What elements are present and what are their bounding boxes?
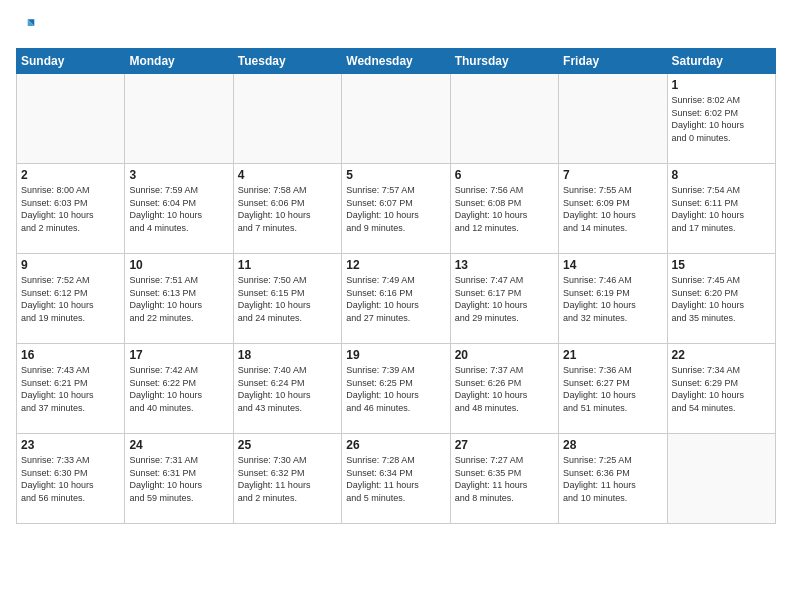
day-number: 1 xyxy=(672,78,771,92)
calendar-cell: 27Sunrise: 7:27 AM Sunset: 6:35 PM Dayli… xyxy=(450,434,558,524)
day-number: 27 xyxy=(455,438,554,452)
calendar-cell xyxy=(342,74,450,164)
calendar-cell: 19Sunrise: 7:39 AM Sunset: 6:25 PM Dayli… xyxy=(342,344,450,434)
calendar-cell: 2Sunrise: 8:00 AM Sunset: 6:03 PM Daylig… xyxy=(17,164,125,254)
day-info: Sunrise: 7:31 AM Sunset: 6:31 PM Dayligh… xyxy=(129,454,228,504)
calendar-cell: 11Sunrise: 7:50 AM Sunset: 6:15 PM Dayli… xyxy=(233,254,341,344)
day-info: Sunrise: 7:54 AM Sunset: 6:11 PM Dayligh… xyxy=(672,184,771,234)
day-number: 12 xyxy=(346,258,445,272)
calendar-week-row: 23Sunrise: 7:33 AM Sunset: 6:30 PM Dayli… xyxy=(17,434,776,524)
day-number: 7 xyxy=(563,168,662,182)
calendar-cell: 21Sunrise: 7:36 AM Sunset: 6:27 PM Dayli… xyxy=(559,344,667,434)
day-number: 11 xyxy=(238,258,337,272)
day-number: 5 xyxy=(346,168,445,182)
calendar-cell: 9Sunrise: 7:52 AM Sunset: 6:12 PM Daylig… xyxy=(17,254,125,344)
calendar-cell: 18Sunrise: 7:40 AM Sunset: 6:24 PM Dayli… xyxy=(233,344,341,434)
calendar-cell: 8Sunrise: 7:54 AM Sunset: 6:11 PM Daylig… xyxy=(667,164,775,254)
day-info: Sunrise: 7:28 AM Sunset: 6:34 PM Dayligh… xyxy=(346,454,445,504)
day-number: 16 xyxy=(21,348,120,362)
day-info: Sunrise: 7:59 AM Sunset: 6:04 PM Dayligh… xyxy=(129,184,228,234)
day-info: Sunrise: 7:49 AM Sunset: 6:16 PM Dayligh… xyxy=(346,274,445,324)
day-number: 28 xyxy=(563,438,662,452)
calendar-cell xyxy=(17,74,125,164)
calendar-cell: 17Sunrise: 7:42 AM Sunset: 6:22 PM Dayli… xyxy=(125,344,233,434)
day-number: 21 xyxy=(563,348,662,362)
day-info: Sunrise: 8:02 AM Sunset: 6:02 PM Dayligh… xyxy=(672,94,771,144)
calendar-week-row: 1Sunrise: 8:02 AM Sunset: 6:02 PM Daylig… xyxy=(17,74,776,164)
weekday-header-row: SundayMondayTuesdayWednesdayThursdayFrid… xyxy=(17,49,776,74)
day-info: Sunrise: 7:40 AM Sunset: 6:24 PM Dayligh… xyxy=(238,364,337,414)
day-number: 18 xyxy=(238,348,337,362)
calendar-cell xyxy=(125,74,233,164)
day-number: 6 xyxy=(455,168,554,182)
calendar-cell: 4Sunrise: 7:58 AM Sunset: 6:06 PM Daylig… xyxy=(233,164,341,254)
day-number: 8 xyxy=(672,168,771,182)
calendar-cell: 20Sunrise: 7:37 AM Sunset: 6:26 PM Dayli… xyxy=(450,344,558,434)
calendar-cell xyxy=(233,74,341,164)
calendar-cell: 14Sunrise: 7:46 AM Sunset: 6:19 PM Dayli… xyxy=(559,254,667,344)
calendar-cell xyxy=(667,434,775,524)
day-number: 20 xyxy=(455,348,554,362)
day-number: 14 xyxy=(563,258,662,272)
calendar-cell: 25Sunrise: 7:30 AM Sunset: 6:32 PM Dayli… xyxy=(233,434,341,524)
day-number: 22 xyxy=(672,348,771,362)
weekday-header-saturday: Saturday xyxy=(667,49,775,74)
page-header xyxy=(16,16,776,36)
day-info: Sunrise: 7:51 AM Sunset: 6:13 PM Dayligh… xyxy=(129,274,228,324)
day-number: 9 xyxy=(21,258,120,272)
day-info: Sunrise: 7:52 AM Sunset: 6:12 PM Dayligh… xyxy=(21,274,120,324)
day-number: 13 xyxy=(455,258,554,272)
calendar-cell xyxy=(559,74,667,164)
calendar-cell: 1Sunrise: 8:02 AM Sunset: 6:02 PM Daylig… xyxy=(667,74,775,164)
day-number: 24 xyxy=(129,438,228,452)
calendar-cell: 7Sunrise: 7:55 AM Sunset: 6:09 PM Daylig… xyxy=(559,164,667,254)
day-info: Sunrise: 7:58 AM Sunset: 6:06 PM Dayligh… xyxy=(238,184,337,234)
day-info: Sunrise: 7:50 AM Sunset: 6:15 PM Dayligh… xyxy=(238,274,337,324)
day-info: Sunrise: 7:42 AM Sunset: 6:22 PM Dayligh… xyxy=(129,364,228,414)
day-info: Sunrise: 8:00 AM Sunset: 6:03 PM Dayligh… xyxy=(21,184,120,234)
day-info: Sunrise: 7:33 AM Sunset: 6:30 PM Dayligh… xyxy=(21,454,120,504)
calendar-cell: 12Sunrise: 7:49 AM Sunset: 6:16 PM Dayli… xyxy=(342,254,450,344)
day-info: Sunrise: 7:27 AM Sunset: 6:35 PM Dayligh… xyxy=(455,454,554,504)
day-number: 15 xyxy=(672,258,771,272)
calendar-cell: 22Sunrise: 7:34 AM Sunset: 6:29 PM Dayli… xyxy=(667,344,775,434)
calendar-cell: 13Sunrise: 7:47 AM Sunset: 6:17 PM Dayli… xyxy=(450,254,558,344)
day-info: Sunrise: 7:36 AM Sunset: 6:27 PM Dayligh… xyxy=(563,364,662,414)
day-number: 3 xyxy=(129,168,228,182)
day-info: Sunrise: 7:45 AM Sunset: 6:20 PM Dayligh… xyxy=(672,274,771,324)
calendar-week-row: 9Sunrise: 7:52 AM Sunset: 6:12 PM Daylig… xyxy=(17,254,776,344)
calendar-cell: 28Sunrise: 7:25 AM Sunset: 6:36 PM Dayli… xyxy=(559,434,667,524)
calendar-week-row: 16Sunrise: 7:43 AM Sunset: 6:21 PM Dayli… xyxy=(17,344,776,434)
day-info: Sunrise: 7:57 AM Sunset: 6:07 PM Dayligh… xyxy=(346,184,445,234)
day-number: 19 xyxy=(346,348,445,362)
day-info: Sunrise: 7:39 AM Sunset: 6:25 PM Dayligh… xyxy=(346,364,445,414)
calendar-cell: 6Sunrise: 7:56 AM Sunset: 6:08 PM Daylig… xyxy=(450,164,558,254)
day-number: 4 xyxy=(238,168,337,182)
calendar-cell: 3Sunrise: 7:59 AM Sunset: 6:04 PM Daylig… xyxy=(125,164,233,254)
calendar-week-row: 2Sunrise: 8:00 AM Sunset: 6:03 PM Daylig… xyxy=(17,164,776,254)
day-number: 23 xyxy=(21,438,120,452)
weekday-header-thursday: Thursday xyxy=(450,49,558,74)
day-number: 25 xyxy=(238,438,337,452)
logo-icon xyxy=(16,16,36,36)
calendar-cell: 15Sunrise: 7:45 AM Sunset: 6:20 PM Dayli… xyxy=(667,254,775,344)
calendar-cell: 26Sunrise: 7:28 AM Sunset: 6:34 PM Dayli… xyxy=(342,434,450,524)
day-info: Sunrise: 7:37 AM Sunset: 6:26 PM Dayligh… xyxy=(455,364,554,414)
day-info: Sunrise: 7:30 AM Sunset: 6:32 PM Dayligh… xyxy=(238,454,337,504)
day-number: 2 xyxy=(21,168,120,182)
day-number: 26 xyxy=(346,438,445,452)
calendar-cell: 10Sunrise: 7:51 AM Sunset: 6:13 PM Dayli… xyxy=(125,254,233,344)
day-info: Sunrise: 7:34 AM Sunset: 6:29 PM Dayligh… xyxy=(672,364,771,414)
day-number: 10 xyxy=(129,258,228,272)
day-info: Sunrise: 7:47 AM Sunset: 6:17 PM Dayligh… xyxy=(455,274,554,324)
weekday-header-friday: Friday xyxy=(559,49,667,74)
day-info: Sunrise: 7:56 AM Sunset: 6:08 PM Dayligh… xyxy=(455,184,554,234)
day-info: Sunrise: 7:25 AM Sunset: 6:36 PM Dayligh… xyxy=(563,454,662,504)
weekday-header-sunday: Sunday xyxy=(17,49,125,74)
day-info: Sunrise: 7:43 AM Sunset: 6:21 PM Dayligh… xyxy=(21,364,120,414)
day-info: Sunrise: 7:46 AM Sunset: 6:19 PM Dayligh… xyxy=(563,274,662,324)
calendar-cell xyxy=(450,74,558,164)
day-number: 17 xyxy=(129,348,228,362)
calendar-table: SundayMondayTuesdayWednesdayThursdayFrid… xyxy=(16,48,776,524)
logo xyxy=(16,16,40,36)
